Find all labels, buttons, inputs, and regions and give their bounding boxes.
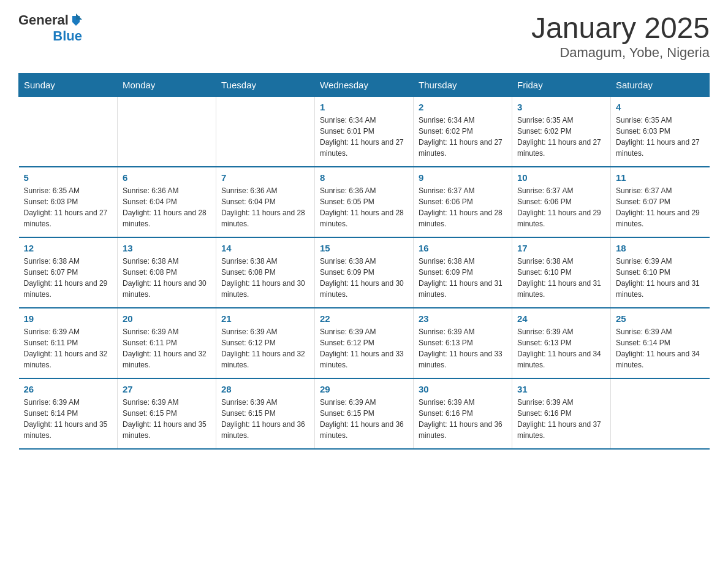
logo-arrow-icon [70, 13, 82, 26]
header-wednesday: Wednesday [315, 73, 414, 96]
calendar-cell: 24Sunrise: 6:39 AM Sunset: 6:13 PM Dayli… [512, 308, 611, 378]
day-info: Sunrise: 6:38 AM Sunset: 6:08 PM Dayligh… [221, 256, 309, 300]
calendar-cell [19, 96, 118, 167]
day-info: Sunrise: 6:39 AM Sunset: 6:15 PM Dayligh… [221, 397, 309, 441]
page-header: General Blue January 2025 Damagum, Yobe,… [18, 12, 710, 61]
logo-icon: General Blue [18, 12, 82, 44]
day-info: Sunrise: 6:39 AM Sunset: 6:11 PM Dayligh… [24, 326, 113, 370]
day-number: 27 [123, 384, 211, 394]
calendar-cell: 8Sunrise: 6:36 AM Sunset: 6:05 PM Daylig… [315, 167, 414, 237]
day-number: 17 [517, 243, 605, 253]
title-block: January 2025 Damagum, Yobe, Nigeria [531, 12, 710, 61]
day-number: 20 [123, 313, 211, 324]
day-number: 22 [320, 313, 408, 324]
calendar-cell: 21Sunrise: 6:39 AM Sunset: 6:12 PM Dayli… [216, 308, 315, 378]
header-monday: Monday [118, 73, 216, 96]
day-info: Sunrise: 6:38 AM Sunset: 6:09 PM Dayligh… [419, 256, 507, 300]
day-number: 29 [320, 384, 408, 394]
calendar-cell: 13Sunrise: 6:38 AM Sunset: 6:08 PM Dayli… [118, 237, 216, 308]
calendar-cell: 2Sunrise: 6:34 AM Sunset: 6:02 PM Daylig… [414, 96, 512, 167]
day-number: 5 [24, 172, 113, 183]
day-info: Sunrise: 6:38 AM Sunset: 6:10 PM Dayligh… [517, 256, 605, 300]
calendar-cell: 5Sunrise: 6:35 AM Sunset: 6:03 PM Daylig… [19, 167, 118, 237]
day-info: Sunrise: 6:39 AM Sunset: 6:15 PM Dayligh… [320, 397, 408, 441]
calendar-cell [118, 96, 216, 167]
calendar-cell: 22Sunrise: 6:39 AM Sunset: 6:12 PM Dayli… [315, 308, 414, 378]
calendar-cell: 29Sunrise: 6:39 AM Sunset: 6:15 PM Dayli… [315, 378, 414, 449]
calendar-header-row: SundayMondayTuesdayWednesdayThursdayFrid… [19, 73, 710, 96]
day-info: Sunrise: 6:39 AM Sunset: 6:15 PM Dayligh… [123, 397, 211, 441]
day-number: 31 [517, 384, 605, 394]
day-info: Sunrise: 6:35 AM Sunset: 6:02 PM Dayligh… [517, 115, 605, 159]
day-info: Sunrise: 6:39 AM Sunset: 6:13 PM Dayligh… [419, 326, 507, 370]
day-number: 18 [616, 243, 705, 253]
day-number: 2 [419, 102, 507, 112]
calendar-cell: 15Sunrise: 6:38 AM Sunset: 6:09 PM Dayli… [315, 237, 414, 308]
week-row-3: 12Sunrise: 6:38 AM Sunset: 6:07 PM Dayli… [19, 237, 710, 308]
day-number: 11 [616, 172, 705, 183]
day-number: 7 [221, 172, 309, 183]
day-info: Sunrise: 6:36 AM Sunset: 6:04 PM Dayligh… [123, 185, 211, 229]
page-title: January 2025 [531, 12, 710, 45]
day-number: 14 [221, 243, 309, 253]
day-number: 25 [616, 313, 705, 324]
day-number: 19 [24, 313, 113, 324]
day-info: Sunrise: 6:39 AM Sunset: 6:14 PM Dayligh… [616, 326, 705, 370]
week-row-4: 19Sunrise: 6:39 AM Sunset: 6:11 PM Dayli… [19, 308, 710, 378]
calendar-cell: 20Sunrise: 6:39 AM Sunset: 6:11 PM Dayli… [118, 308, 216, 378]
day-number: 6 [123, 172, 211, 183]
day-info: Sunrise: 6:39 AM Sunset: 6:12 PM Dayligh… [221, 326, 309, 370]
day-info: Sunrise: 6:36 AM Sunset: 6:04 PM Dayligh… [221, 185, 309, 229]
day-number: 13 [123, 243, 211, 253]
logo-blue-text: Blue [53, 28, 82, 44]
day-number: 8 [320, 172, 408, 183]
day-info: Sunrise: 6:39 AM Sunset: 6:16 PM Dayligh… [419, 397, 507, 441]
calendar-cell: 7Sunrise: 6:36 AM Sunset: 6:04 PM Daylig… [216, 167, 315, 237]
calendar-cell: 23Sunrise: 6:39 AM Sunset: 6:13 PM Dayli… [414, 308, 512, 378]
day-info: Sunrise: 6:38 AM Sunset: 6:08 PM Dayligh… [123, 256, 211, 300]
day-info: Sunrise: 6:35 AM Sunset: 6:03 PM Dayligh… [24, 185, 113, 229]
day-info: Sunrise: 6:35 AM Sunset: 6:03 PM Dayligh… [616, 115, 705, 159]
logo: General Blue [18, 12, 82, 44]
day-info: Sunrise: 6:36 AM Sunset: 6:05 PM Dayligh… [320, 185, 408, 229]
calendar-cell: 11Sunrise: 6:37 AM Sunset: 6:07 PM Dayli… [611, 167, 710, 237]
day-info: Sunrise: 6:37 AM Sunset: 6:06 PM Dayligh… [517, 185, 605, 229]
calendar-cell: 1Sunrise: 6:34 AM Sunset: 6:01 PM Daylig… [315, 96, 414, 167]
week-row-5: 26Sunrise: 6:39 AM Sunset: 6:14 PM Dayli… [19, 378, 710, 449]
day-number: 15 [320, 243, 408, 253]
day-number: 24 [517, 313, 605, 324]
day-info: Sunrise: 6:38 AM Sunset: 6:07 PM Dayligh… [24, 256, 113, 300]
day-number: 23 [419, 313, 507, 324]
calendar-cell: 6Sunrise: 6:36 AM Sunset: 6:04 PM Daylig… [118, 167, 216, 237]
day-info: Sunrise: 6:39 AM Sunset: 6:13 PM Dayligh… [517, 326, 605, 370]
day-number: 4 [616, 102, 705, 112]
week-row-2: 5Sunrise: 6:35 AM Sunset: 6:03 PM Daylig… [19, 167, 710, 237]
calendar-cell: 10Sunrise: 6:37 AM Sunset: 6:06 PM Dayli… [512, 167, 611, 237]
calendar-cell: 18Sunrise: 6:39 AM Sunset: 6:10 PM Dayli… [611, 237, 710, 308]
calendar-cell: 4Sunrise: 6:35 AM Sunset: 6:03 PM Daylig… [611, 96, 710, 167]
calendar-cell: 14Sunrise: 6:38 AM Sunset: 6:08 PM Dayli… [216, 237, 315, 308]
calendar-cell: 12Sunrise: 6:38 AM Sunset: 6:07 PM Dayli… [19, 237, 118, 308]
day-info: Sunrise: 6:34 AM Sunset: 6:02 PM Dayligh… [419, 115, 507, 159]
day-number: 3 [517, 102, 605, 112]
day-number: 12 [24, 243, 113, 253]
svg-marker-1 [76, 13, 82, 20]
logo-general-text: General [18, 12, 69, 28]
day-number: 10 [517, 172, 605, 183]
day-number: 16 [419, 243, 507, 253]
calendar-cell: 9Sunrise: 6:37 AM Sunset: 6:06 PM Daylig… [414, 167, 512, 237]
calendar-cell: 16Sunrise: 6:38 AM Sunset: 6:09 PM Dayli… [414, 237, 512, 308]
day-info: Sunrise: 6:39 AM Sunset: 6:11 PM Dayligh… [123, 326, 211, 370]
calendar-table: SundayMondayTuesdayWednesdayThursdayFrid… [18, 73, 710, 450]
calendar-cell: 28Sunrise: 6:39 AM Sunset: 6:15 PM Dayli… [216, 378, 315, 449]
calendar-cell: 17Sunrise: 6:38 AM Sunset: 6:10 PM Dayli… [512, 237, 611, 308]
day-info: Sunrise: 6:39 AM Sunset: 6:16 PM Dayligh… [517, 397, 605, 441]
week-row-1: 1Sunrise: 6:34 AM Sunset: 6:01 PM Daylig… [19, 96, 710, 167]
calendar-cell: 26Sunrise: 6:39 AM Sunset: 6:14 PM Dayli… [19, 378, 118, 449]
calendar-cell: 25Sunrise: 6:39 AM Sunset: 6:14 PM Dayli… [611, 308, 710, 378]
calendar-cell: 27Sunrise: 6:39 AM Sunset: 6:15 PM Dayli… [118, 378, 216, 449]
calendar-cell: 19Sunrise: 6:39 AM Sunset: 6:11 PM Dayli… [19, 308, 118, 378]
header-saturday: Saturday [611, 73, 710, 96]
day-info: Sunrise: 6:37 AM Sunset: 6:06 PM Dayligh… [419, 185, 507, 229]
day-info: Sunrise: 6:39 AM Sunset: 6:14 PM Dayligh… [24, 397, 113, 441]
